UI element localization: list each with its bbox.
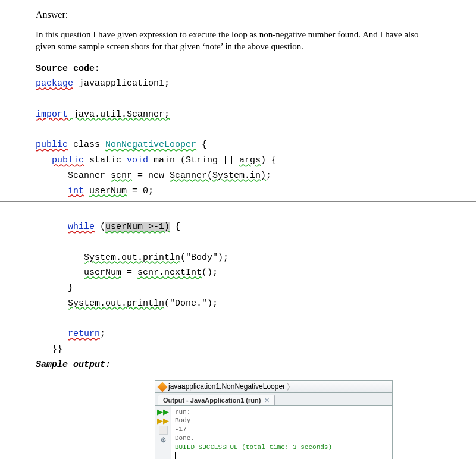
output-console: ▶▶ ▶▶ ⚙ run: Body -17 Done. BUILD SUCCES…	[155, 406, 393, 460]
code-line	[36, 205, 440, 218]
intro-paragraph: In this question I have given expression…	[36, 29, 440, 53]
run-icon[interactable]: ▶▶	[157, 408, 169, 416]
settings-icon[interactable]: ⚙	[160, 436, 167, 445]
code-line: package javaapplication1;	[36, 77, 440, 90]
console-cursor-line	[175, 452, 389, 459]
source-code-heading: Source code:	[36, 62, 440, 76]
console-line: Body	[175, 416, 389, 425]
text-cursor-icon	[175, 452, 176, 459]
code-line: while (userNum >-1) {	[36, 221, 440, 234]
console-line: Done.	[175, 434, 389, 443]
console-line: -17	[175, 425, 389, 434]
code-line: }	[36, 282, 440, 295]
code-line: public static void main (String [] args)…	[36, 154, 440, 167]
console-output: run: Body -17 Done. BUILD SUCCESSFUL (to…	[171, 406, 392, 460]
output-tab-label: Output - JavaApplication1 (run)	[163, 397, 261, 404]
code-line	[36, 124, 440, 137]
package-icon	[158, 382, 168, 392]
breadcrumb-text: javaapplication1.NonNegativeLooper	[168, 382, 285, 391]
code-line	[36, 313, 440, 326]
code-line: System.out.println("Body");	[36, 251, 440, 265]
sample-output-heading: Sample output:	[36, 359, 440, 372]
code-line: System.out.println("Done.");	[36, 297, 440, 310]
code-line: Scanner scnr = new Scanner(System.in);	[36, 169, 440, 183]
output-tabbar: Output - JavaApplication1 (run)✕	[155, 393, 393, 406]
code-line: import java.util.Scanner;	[36, 108, 440, 121]
code-line: }}	[36, 343, 440, 356]
console-line: run:	[175, 408, 389, 417]
stop-icon[interactable]	[159, 426, 168, 435]
output-tab[interactable]: Output - JavaApplication1 (run)✕	[158, 395, 275, 405]
code-line: return;	[36, 328, 440, 341]
code-line: int userNum = 0;	[36, 185, 440, 198]
code-line: public class NonNegativeLooper {	[36, 139, 440, 152]
breadcrumb-bar: javaapplication1.NonNegativeLooper 〉	[155, 380, 393, 393]
code-line	[36, 236, 440, 249]
close-icon[interactable]: ✕	[264, 397, 270, 404]
answer-heading: Answer:	[36, 10, 440, 20]
code-line	[36, 93, 440, 106]
output-screenshot: javaapplication1.NonNegativeLooper 〉 Out…	[155, 380, 393, 460]
page-divider	[0, 201, 476, 202]
code-line: userNum = scnr.nextInt();	[36, 266, 440, 279]
console-line-build: BUILD SUCCESSFUL (total time: 3 seconds)	[175, 443, 389, 452]
chevron-right-icon: 〉	[287, 382, 290, 391]
console-gutter: ▶▶ ▶▶ ⚙	[155, 406, 171, 460]
rerun-icon[interactable]: ▶▶	[157, 417, 169, 425]
